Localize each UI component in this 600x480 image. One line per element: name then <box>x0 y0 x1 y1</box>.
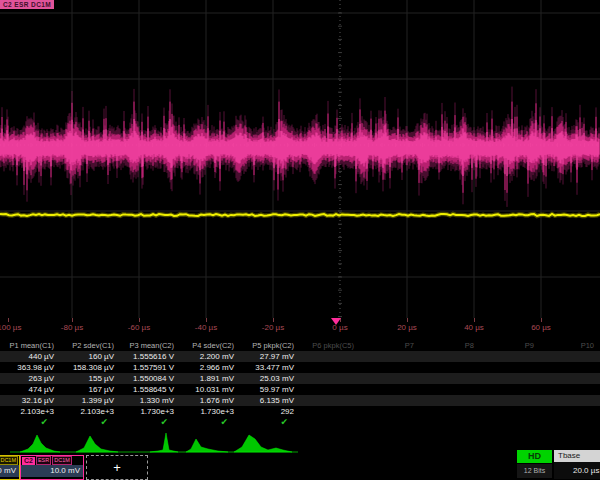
channel-descriptor-c1[interactable]: DC1M 20.0 mV <box>0 455 20 480</box>
measure-value: 363.98 µV <box>0 362 60 373</box>
bottom-bar: DC1M 20.0 mV C2 ESR DC1M 10.0 mV + HD 12… <box>0 455 600 480</box>
measure-value <box>300 351 360 362</box>
c2-vdiv-value: 10.0 mV <box>21 465 83 477</box>
tbase-label: Tbase <box>554 450 600 462</box>
status-check-icon: ✔ <box>120 417 180 428</box>
measure-value <box>540 384 600 395</box>
measure-value: 1.558645 V <box>120 384 180 395</box>
measure-value: 10.031 mV <box>180 384 240 395</box>
measure-value <box>360 362 420 373</box>
measure-value: 27.97 mV <box>240 351 300 362</box>
measure-value: 32.16 µV <box>0 395 60 406</box>
measure-value: 1.730e+3 <box>120 406 180 417</box>
time-axis-tick <box>139 318 140 322</box>
measure-header-unused: P9 <box>480 340 540 351</box>
measure-row: 2.103e+32.103e+31.730e+31.730e+3292 <box>0 406 600 417</box>
measure-header: P2 sdev(C1) <box>60 340 120 351</box>
measure-value <box>480 362 540 373</box>
c2-esr-badge: ESR <box>36 456 51 465</box>
status-check-icon <box>480 417 540 428</box>
measure-value <box>480 373 540 384</box>
measure-value <box>360 351 420 362</box>
timebase-descriptor[interactable]: Tbase 20.0 µs <box>554 450 600 479</box>
measure-header: P4 sdev(C2) <box>180 340 240 351</box>
add-trace-button[interactable]: + <box>86 455 148 480</box>
measure-header-unused: P10 <box>540 340 600 351</box>
time-axis-label: -20 µs <box>262 323 284 332</box>
measure-value: 33.477 mV <box>240 362 300 373</box>
measure-value <box>360 406 420 417</box>
trigger-marker-icon[interactable] <box>331 318 341 325</box>
measure-row: 363.98 µV158.308 µV1.557591 V2.966 mV33.… <box>0 362 600 373</box>
measure-value: 160 µV <box>60 351 120 362</box>
measure-value <box>360 395 420 406</box>
measure-value <box>540 395 600 406</box>
measure-value <box>420 362 480 373</box>
measure-value <box>420 373 480 384</box>
measure-value <box>480 384 540 395</box>
measure-value <box>420 395 480 406</box>
measure-value: 474 µV <box>0 384 60 395</box>
measure-table: P1 mean(C1)P2 sdev(C1)P3 mean(C2)P4 sdev… <box>0 340 600 428</box>
c2-descriptor-header: C2 ESR DC1M <box>21 456 83 465</box>
status-check-icon: ✔ <box>60 417 120 428</box>
parameter-histicons <box>0 429 600 455</box>
time-axis: -100 µs-80 µs-60 µs-40 µs-20 µs0 µs20 µs… <box>0 318 600 340</box>
time-axis-label: -60 µs <box>128 323 150 332</box>
status-check-icon <box>300 417 360 428</box>
measure-header-row: P1 mean(C1)P2 sdev(C1)P3 mean(C2)P4 sdev… <box>0 340 600 351</box>
c2-coupling-badge: DC1M <box>52 456 72 465</box>
measure-value: 155 µV <box>60 373 120 384</box>
time-axis-tick <box>8 318 9 322</box>
measure-header-unused: P7 <box>360 340 420 351</box>
measure-value: 1.557591 V <box>120 362 180 373</box>
status-check-icon: ✔ <box>240 417 300 428</box>
time-axis-tick <box>273 318 274 322</box>
measure-value <box>480 406 540 417</box>
measure-value: 59.97 mV <box>240 384 300 395</box>
measure-header: P3 mean(C2) <box>120 340 180 351</box>
status-check-icon <box>420 417 480 428</box>
measure-row: 32.16 µV1.399 µV1.330 mV1.676 mV6.135 mV <box>0 395 600 406</box>
time-axis-label: 40 µs <box>464 323 484 332</box>
measure-value: 1.555616 V <box>120 351 180 362</box>
status-check-icon: ✔ <box>180 417 240 428</box>
measure-value <box>540 406 600 417</box>
measure-value <box>300 384 360 395</box>
time-axis-tick <box>407 318 408 322</box>
measure-value <box>360 373 420 384</box>
measure-value <box>420 406 480 417</box>
time-axis-tick <box>474 318 475 322</box>
measure-header: P5 pkpk(C2) <box>240 340 300 351</box>
c1-coupling-badge: DC1M <box>0 456 18 465</box>
measure-header-unused: P8 <box>420 340 480 351</box>
measure-value <box>480 395 540 406</box>
measure-header-unused: P6 pkpk(C5) <box>300 340 360 351</box>
measure-value: 1.891 mV <box>180 373 240 384</box>
measure-value <box>300 373 360 384</box>
status-check-icon <box>360 417 420 428</box>
measure-value: 1.399 µV <box>60 395 120 406</box>
measure-value: 25.03 mV <box>240 373 300 384</box>
measure-value <box>360 384 420 395</box>
time-axis-tick <box>72 318 73 322</box>
c1-descriptor-header: DC1M <box>0 456 19 465</box>
measure-value: 2.103e+3 <box>60 406 120 417</box>
measure-value <box>300 362 360 373</box>
measure-row: 263 µV155 µV1.550084 V1.891 mV25.03 mV <box>0 373 600 384</box>
measure-value <box>540 351 600 362</box>
measure-value: 1.330 mV <box>120 395 180 406</box>
time-axis-label: 60 µs <box>531 323 551 332</box>
c2-trace-label: C2 ESR DC1M <box>0 0 54 9</box>
tbase-value: 20.0 µs <box>554 462 600 479</box>
measure-row: 440 µV160 µV1.555616 V2.200 mV27.97 mV <box>0 351 600 362</box>
channel-descriptor-c2[interactable]: C2 ESR DC1M 10.0 mV <box>20 455 84 480</box>
hd-bits-label: 12 Bits <box>517 464 552 478</box>
hd-badge[interactable]: HD <box>517 450 552 463</box>
time-axis-tick <box>541 318 542 322</box>
c2-channel-badge: C2 <box>22 457 35 465</box>
measure-value: 158.308 µV <box>60 362 120 373</box>
time-axis-tick <box>206 318 207 322</box>
time-axis-label: -80 µs <box>61 323 83 332</box>
measure-value: 2.200 mV <box>180 351 240 362</box>
